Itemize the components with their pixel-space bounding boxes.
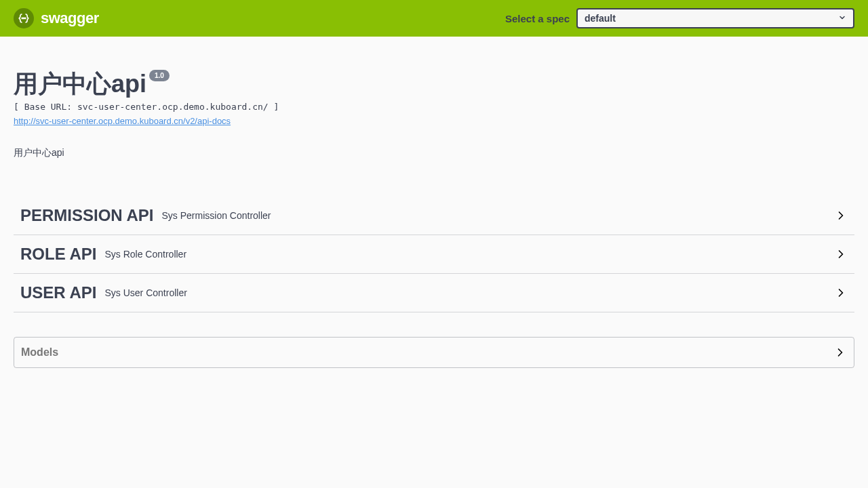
api-description: 用户中心api xyxy=(14,147,854,159)
api-docs-link[interactable]: http://svc-user-center.ocp.demo.kuboard.… xyxy=(14,116,231,126)
base-url: [ Base URL: svc-user-center.ocp.demo.kub… xyxy=(14,102,854,112)
tag-permission-api[interactable]: PERMISSION API Sys Permission Controller xyxy=(14,197,854,235)
tag-description: Sys Role Controller xyxy=(104,249,834,260)
tag-user-api[interactable]: USER API Sys User Controller xyxy=(14,274,854,312)
chevron-right-icon xyxy=(834,286,848,300)
swagger-logo[interactable]: swagger xyxy=(14,8,99,28)
chevron-right-icon xyxy=(833,346,847,359)
svg-point-0 xyxy=(22,18,22,18)
tag-description: Sys User Controller xyxy=(104,287,834,298)
swagger-braces-icon xyxy=(14,8,34,28)
tag-name: USER API xyxy=(20,283,96,302)
brand-text: swagger xyxy=(41,9,99,27)
svg-point-1 xyxy=(23,18,24,18)
spec-selector-label: Select a spec xyxy=(505,13,570,24)
main-content: 用户中心api1.0 [ Base URL: svc-user-center.o… xyxy=(0,37,868,368)
chevron-right-icon xyxy=(834,209,848,222)
tag-description: Sys Permission Controller xyxy=(161,210,834,221)
svg-point-2 xyxy=(25,18,26,18)
tag-list: PERMISSION API Sys Permission Controller… xyxy=(14,197,854,312)
chevron-right-icon xyxy=(834,247,848,261)
topbar: swagger Select a spec default xyxy=(0,0,868,37)
models-title: Models xyxy=(21,346,833,359)
tag-role-api[interactable]: ROLE API Sys Role Controller xyxy=(14,235,854,274)
spec-selector[interactable]: default xyxy=(576,8,854,28)
api-title: 用户中心api1.0 xyxy=(14,70,170,98)
version-badge: 1.0 xyxy=(149,70,170,81)
tag-name: ROLE API xyxy=(20,245,96,264)
spec-selected-value: default xyxy=(585,13,616,24)
chevron-down-icon xyxy=(838,13,846,24)
models-section[interactable]: Models xyxy=(14,337,854,368)
tag-name: PERMISSION API xyxy=(20,206,153,225)
api-title-text: 用户中心api xyxy=(14,70,146,98)
